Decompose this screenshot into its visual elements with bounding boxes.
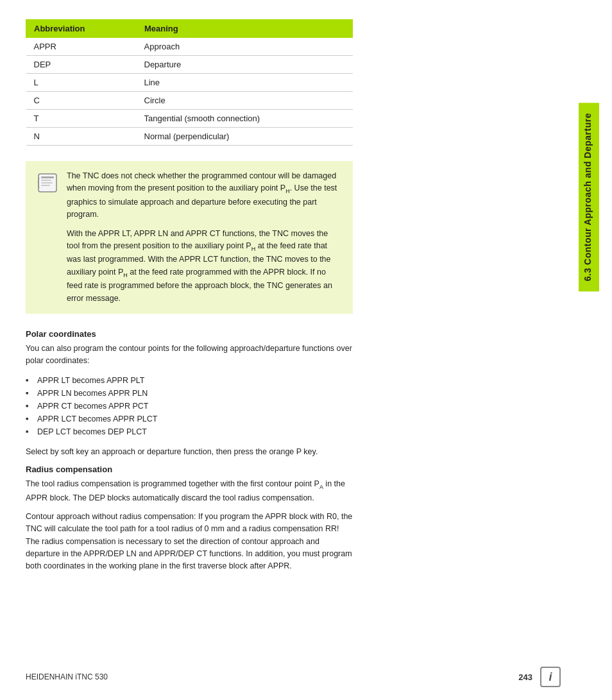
table-cell-abbr: L	[26, 74, 137, 92]
table-row: LLine	[26, 74, 353, 92]
list-item: APPR LT becomes APPR PLT	[26, 374, 353, 387]
polar-coordinates-intro: You can also program the contour points …	[26, 343, 353, 368]
abbreviation-table: Abbreviation Meaning APPRApproachDEPDepa…	[26, 19, 353, 146]
list-item: DEP LCT becomes DEP PLCT	[26, 425, 353, 438]
radius-compensation-heading: Radius compensation	[26, 465, 561, 474]
table-cell-meaning: Line	[137, 74, 353, 92]
table-cell-meaning: Circle	[137, 92, 353, 110]
polar-coordinates-heading: Polar coordinates	[26, 329, 561, 339]
table-cell-meaning: Tangential (smooth connection)	[137, 110, 353, 128]
sidebar: 6.3 Contour Approach and Departure	[566, 0, 612, 700]
sidebar-chapter-label: 6.3 Contour Approach and Departure	[579, 103, 599, 291]
table-row: NNormal (perpendicular)	[26, 128, 353, 146]
note-para-1: The TNC does not check whether the progr…	[67, 170, 343, 221]
note-box: The TNC does not check whether the progr…	[26, 161, 353, 314]
footer-brand: HEIDENHAIN iTNC 530	[26, 672, 108, 681]
table-cell-abbr: N	[26, 128, 137, 146]
col-abbr-header: Abbreviation	[26, 20, 137, 38]
table-row: TTangential (smooth connection)	[26, 110, 353, 128]
table-cell-meaning: Normal (perpendicular)	[137, 128, 353, 146]
table-cell-meaning: Departure	[137, 56, 353, 74]
table-row: CCircle	[26, 92, 353, 110]
list-item: APPR CT becomes APPR PCT	[26, 400, 353, 413]
footer-info-icon: i	[540, 667, 561, 687]
polar-bullets-list: APPR LT becomes APPR PLTAPPR LN becomes …	[26, 374, 353, 438]
list-item: APPR LN becomes APPR PLN	[26, 387, 353, 400]
col-meaning-header: Meaning	[137, 20, 353, 38]
footer: HEIDENHAIN iTNC 530 243 i	[26, 667, 561, 687]
svg-rect-3	[41, 182, 53, 184]
note-text-content: The TNC does not check whether the progr…	[67, 170, 343, 305]
svg-rect-1	[41, 176, 54, 178]
table-cell-meaning: Approach	[137, 38, 353, 56]
svg-rect-4	[41, 185, 50, 186]
radius-compensation-para1: The tool radius compensation is programm…	[26, 478, 353, 504]
table-row: DEPDeparture	[26, 56, 353, 74]
list-item: APPR LCT becomes APPR PLCT	[26, 413, 353, 425]
table-row: APPRApproach	[26, 38, 353, 56]
table-cell-abbr: APPR	[26, 38, 137, 56]
table-cell-abbr: T	[26, 110, 137, 128]
table-cell-abbr: C	[26, 92, 137, 110]
table-cell-abbr: DEP	[26, 56, 137, 74]
footer-page-number: 243	[518, 672, 532, 682]
svg-rect-2	[41, 180, 51, 181]
polar-coordinates-outro: Select by soft key an approach or depart…	[26, 446, 353, 458]
note-icon	[36, 171, 59, 194]
radius-compensation-para2: Contour approach without radius compensa…	[26, 511, 353, 573]
note-para-2: With the APPR LT, APPR LN and APPR CT fu…	[67, 228, 343, 305]
